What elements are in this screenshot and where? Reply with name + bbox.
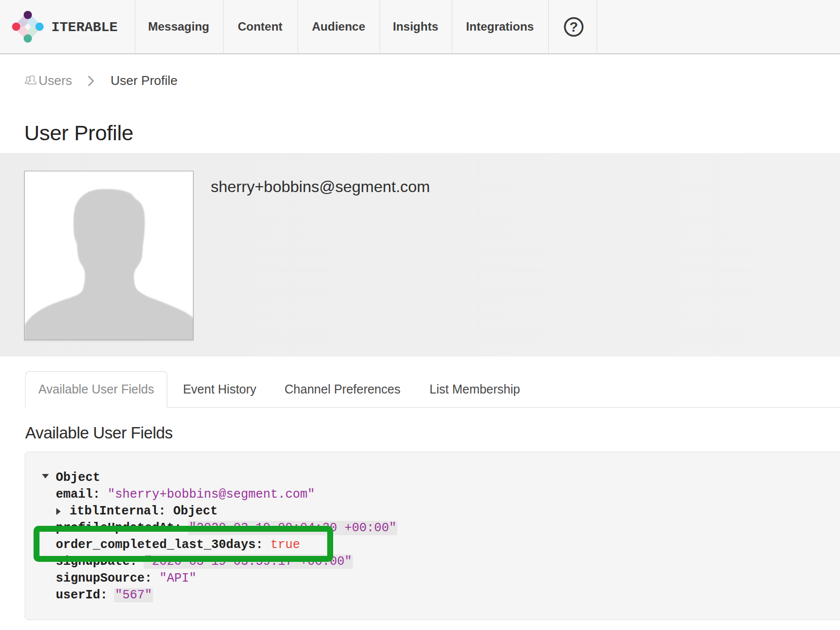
- svg-text:?: ?: [570, 19, 578, 35]
